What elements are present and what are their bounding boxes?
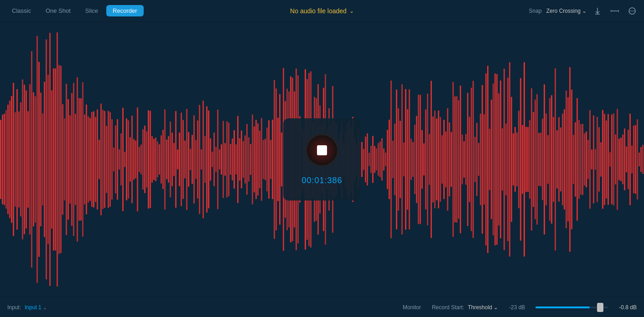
svg-rect-314 (564, 109, 565, 209)
svg-rect-23 (33, 92, 34, 227)
svg-rect-131 (230, 144, 231, 175)
tab-recorder[interactable]: Recorder (106, 5, 143, 16)
svg-rect-205 (365, 137, 366, 182)
audio-status-chevron[interactable]: ⌄ (349, 8, 354, 14)
svg-rect-232 (414, 125, 415, 194)
svg-rect-309 (555, 69, 556, 251)
svg-rect-98 (170, 122, 171, 197)
svg-rect-35 (55, 69, 56, 251)
svg-rect-80 (137, 107, 138, 211)
input-value[interactable]: Input 1 ⌄ (25, 304, 47, 311)
svg-rect-206 (367, 133, 368, 185)
stop-icon (317, 145, 327, 155)
svg-rect-92 (159, 144, 160, 175)
svg-rect-119 (208, 111, 209, 209)
svg-rect-89 (153, 139, 155, 180)
svg-rect-247 (441, 135, 443, 184)
svg-rect-6 (2, 115, 3, 204)
svg-rect-285 (511, 97, 512, 222)
svg-rect-267 (478, 143, 479, 176)
svg-rect-281 (504, 69, 505, 250)
svg-rect-292 (524, 62, 525, 257)
svg-rect-338 (608, 114, 609, 205)
svg-rect-63 (106, 126, 107, 193)
svg-rect-203 (361, 142, 363, 177)
svg-rect-233 (416, 116, 417, 203)
svg-rect-310 (556, 130, 558, 188)
svg-rect-9 (7, 105, 9, 214)
svg-rect-271 (485, 74, 487, 246)
svg-rect-62 (104, 111, 105, 208)
settings-icon[interactable] (626, 5, 639, 17)
svg-rect-21 (29, 84, 31, 235)
svg-rect-243 (434, 111, 436, 208)
svg-rect-45 (73, 83, 74, 236)
stop-button[interactable] (306, 134, 338, 167)
svg-rect-321 (576, 98, 578, 221)
svg-rect-94 (162, 130, 164, 189)
svg-rect-270 (483, 114, 485, 205)
svg-rect-262 (469, 116, 470, 202)
svg-rect-324 (582, 124, 583, 195)
svg-rect-75 (128, 120, 129, 199)
snap-value[interactable]: Zero Crossing ⌄ (546, 8, 587, 14)
tab-classic[interactable]: Classic (5, 5, 37, 16)
svg-rect-305 (547, 135, 549, 184)
svg-rect-65 (109, 112, 111, 206)
svg-rect-320 (575, 122, 576, 197)
svg-rect-209 (372, 136, 374, 183)
svg-rect-132 (232, 138, 233, 180)
svg-rect-332 (597, 116, 598, 202)
svg-rect-141 (248, 137, 249, 181)
svg-rect-20 (27, 111, 29, 208)
record-start-group: Record Start: Threshold ⌄ (432, 304, 498, 311)
svg-rect-135 (237, 116, 239, 203)
svg-rect-144 (254, 127, 255, 192)
svg-rect-117 (204, 136, 206, 183)
svg-rect-146 (257, 123, 259, 195)
svg-rect-24 (35, 96, 36, 222)
svg-rect-78 (133, 139, 135, 180)
svg-rect-17 (22, 79, 23, 240)
snap-down-icon[interactable] (591, 5, 604, 17)
svg-rect-221 (394, 124, 395, 195)
svg-rect-147 (259, 131, 260, 188)
svg-rect-231 (412, 142, 414, 177)
svg-rect-8 (5, 110, 7, 209)
svg-rect-31 (47, 74, 49, 244)
svg-rect-26 (38, 62, 40, 257)
svg-rect-334 (600, 142, 602, 176)
svg-rect-356 (640, 147, 642, 172)
slider-thumb[interactable] (597, 303, 603, 312)
threshold-value[interactable]: Threshold ⌄ (468, 304, 498, 311)
svg-rect-238 (425, 110, 426, 210)
svg-rect-293 (525, 127, 527, 192)
svg-rect-82 (140, 144, 142, 174)
svg-rect-125 (219, 149, 220, 169)
svg-rect-264 (473, 81, 474, 238)
svg-rect-244 (436, 119, 437, 201)
recording-timer: 00:01:386 (301, 176, 342, 185)
svg-rect-251 (449, 122, 450, 196)
svg-rect-226 (403, 143, 405, 176)
fit-width-icon[interactable] (608, 5, 621, 17)
svg-rect-95 (164, 109, 166, 210)
tab-oneshot[interactable]: One Shot (39, 5, 77, 16)
tab-slice[interactable]: Slice (79, 5, 104, 16)
svg-rect-49 (80, 98, 82, 221)
svg-rect-317 (569, 67, 571, 252)
svg-rect-210 (374, 146, 375, 173)
svg-rect-283 (507, 78, 509, 241)
svg-rect-76 (130, 137, 131, 182)
svg-rect-336 (604, 114, 605, 205)
svg-rect-294 (527, 127, 529, 192)
input-label: Input: (7, 304, 21, 311)
svg-rect-118 (206, 106, 208, 212)
svg-rect-223 (398, 108, 399, 211)
threshold-slider[interactable] (535, 306, 608, 308)
record-start-label: Record Start: (432, 304, 464, 311)
svg-rect-344 (618, 138, 620, 180)
svg-rect-256 (458, 100, 459, 218)
svg-rect-100 (173, 143, 175, 176)
svg-rect-12 (13, 83, 14, 236)
